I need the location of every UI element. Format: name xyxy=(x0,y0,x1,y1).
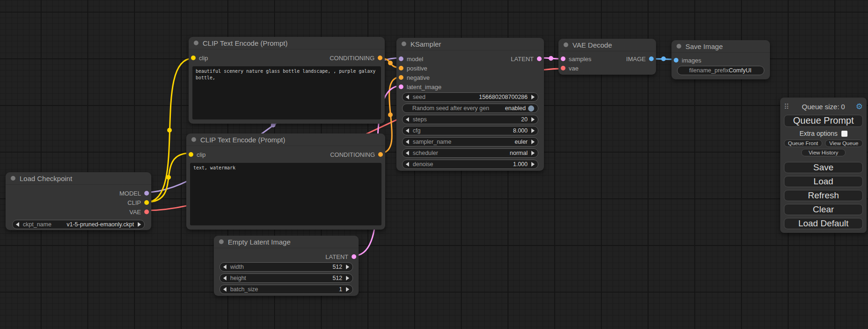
increment-arrow-icon[interactable] xyxy=(531,151,535,155)
widget-filename-prefix[interactable]: filename_prefix ComfyUI xyxy=(677,66,764,75)
slot-label: CONDITIONING xyxy=(330,55,374,62)
queue-front-button[interactable]: Queue Front xyxy=(784,140,822,147)
increment-arrow-icon[interactable] xyxy=(531,162,535,167)
widget-cfg[interactable]: cfg 8.000 xyxy=(402,126,538,135)
decrement-arrow-icon[interactable] xyxy=(406,140,409,144)
collapse-dot-icon[interactable] xyxy=(677,44,681,49)
widget-value: 1.000 xyxy=(513,161,528,168)
input-slot-clip[interactable] xyxy=(191,56,196,60)
increment-arrow-icon[interactable] xyxy=(531,128,535,133)
collapse-dot-icon[interactable] xyxy=(191,137,196,142)
link-midpoint-dot xyxy=(166,175,171,180)
widget-denoise[interactable]: denoise 1.000 xyxy=(402,160,538,169)
decrement-arrow-icon[interactable] xyxy=(406,162,409,167)
node-title: CLIP Text Encode (Prompt) xyxy=(203,39,288,47)
collapse-dot-icon[interactable] xyxy=(402,42,406,46)
node-header: Save Image xyxy=(671,40,770,53)
input-slot-clip[interactable] xyxy=(189,152,193,157)
widget-label: sampler_name xyxy=(413,139,452,145)
input-slot-model[interactable] xyxy=(399,56,403,61)
output-slot-conditioning[interactable] xyxy=(378,56,382,60)
node-load-checkpoint[interactable]: Load Checkpoint MODEL CLIP VAE xyxy=(6,172,151,230)
collapse-dot-icon[interactable] xyxy=(11,176,15,181)
save-button[interactable]: Save xyxy=(784,162,863,173)
drag-handle-icon[interactable]: ⠿ xyxy=(784,103,792,110)
queue-size-label: Queue size:0 xyxy=(792,103,854,111)
slot-label: model xyxy=(407,56,423,63)
node-ksampler[interactable]: KSampler model LATENT positive xyxy=(396,38,544,171)
widget-sampler-name[interactable]: sampler_name euler xyxy=(402,137,538,147)
node-graph-canvas[interactable]: Load Checkpoint MODEL CLIP VAE xyxy=(0,0,868,329)
output-slot-model[interactable] xyxy=(144,191,149,196)
widget-ckpt-name[interactable]: ckpt_name v1-5-pruned-emaonly.ckpt xyxy=(12,220,145,229)
collapse-dot-icon[interactable] xyxy=(194,41,198,45)
node-header: KSampler xyxy=(396,38,544,50)
increment-arrow-icon[interactable] xyxy=(531,117,535,122)
node-empty-latent-image[interactable]: Empty Latent Image LATENT width 512 heig… xyxy=(214,236,359,296)
widget-scheduler[interactable]: scheduler normal xyxy=(402,148,538,158)
decrement-arrow-icon[interactable] xyxy=(16,222,19,227)
clear-button[interactable]: Clear xyxy=(784,204,863,215)
input-slot-positive[interactable] xyxy=(399,66,403,70)
widget-label: seed xyxy=(413,94,425,100)
widget-steps[interactable]: steps 20 xyxy=(402,115,538,124)
slot-label: images xyxy=(682,57,701,64)
view-queue-button[interactable]: View Queue xyxy=(825,140,863,147)
output-slot-latent[interactable] xyxy=(537,56,542,61)
widget-value: v1-5-pruned-emaonly.ckpt xyxy=(67,221,134,228)
widget-seed[interactable]: seed 156680208700286 xyxy=(402,92,538,102)
output-slot-image[interactable] xyxy=(649,56,654,61)
output-slot-latent[interactable] xyxy=(352,254,356,259)
input-slot-latent-image[interactable] xyxy=(399,84,403,89)
refresh-button[interactable]: Refresh xyxy=(784,190,863,201)
increment-arrow-icon[interactable] xyxy=(531,95,535,99)
decrement-arrow-icon[interactable] xyxy=(406,128,409,133)
widget-height[interactable]: height 512 xyxy=(219,273,353,283)
widget-label: denoise xyxy=(413,161,433,168)
widget-width[interactable]: width 512 xyxy=(219,262,353,272)
decrement-arrow-icon[interactable] xyxy=(406,95,409,99)
extra-options-checkbox[interactable] xyxy=(841,131,847,137)
positive-prompt-textarea[interactable]: beautiful scenery nature glass bottle la… xyxy=(192,66,381,119)
load-default-button[interactable]: Load Default xyxy=(784,218,863,229)
input-slot-samples[interactable] xyxy=(561,56,565,61)
input-slot-images[interactable] xyxy=(674,58,678,63)
queue-size-text: Queue size: xyxy=(802,103,839,111)
increment-arrow-icon[interactable] xyxy=(346,265,349,269)
node-save-image[interactable]: Save Image images filename_prefix ComfyU… xyxy=(671,40,770,79)
link-midpoint-dot xyxy=(167,128,172,133)
node-title: VAE Decode xyxy=(572,41,612,49)
widget-batch-size[interactable]: batch_size 1 xyxy=(219,285,353,294)
output-slot-clip[interactable] xyxy=(144,200,149,205)
load-button[interactable]: Load xyxy=(784,176,863,187)
decrement-arrow-icon[interactable] xyxy=(223,287,226,292)
increment-arrow-icon[interactable] xyxy=(346,287,349,292)
negative-prompt-textarea[interactable]: text, watermark xyxy=(190,163,381,225)
output-slot-conditioning[interactable] xyxy=(378,152,383,157)
view-history-button[interactable]: View History xyxy=(801,149,846,156)
widget-random-seed-toggle[interactable]: Random seed after every gen enabled xyxy=(402,104,538,113)
toggle-on-indicator[interactable] xyxy=(528,105,534,112)
increment-arrow-icon[interactable] xyxy=(346,276,349,280)
settings-gear-icon[interactable]: ⚙ xyxy=(854,103,863,111)
slot-label: VAE xyxy=(129,209,141,216)
input-slot-negative[interactable] xyxy=(399,75,403,80)
node-vae-decode[interactable]: VAE Decode samples IMAGE vae xyxy=(558,39,656,75)
node-header: CLIP Text Encode (Prompt) xyxy=(186,133,385,146)
node-clip-text-encode-negative[interactable]: CLIP Text Encode (Prompt) clip CONDITION… xyxy=(186,133,385,230)
decrement-arrow-icon[interactable] xyxy=(406,117,409,122)
collapse-dot-icon[interactable] xyxy=(219,239,224,244)
decrement-arrow-icon[interactable] xyxy=(223,265,226,269)
slot-label: clip xyxy=(199,55,208,62)
increment-arrow-icon[interactable] xyxy=(138,222,141,227)
input-slot-vae[interactable] xyxy=(561,66,565,70)
queue-prompt-button[interactable]: Queue Prompt xyxy=(784,115,863,127)
decrement-arrow-icon[interactable] xyxy=(406,151,409,155)
increment-arrow-icon[interactable] xyxy=(531,140,535,144)
widget-value: euler xyxy=(515,139,528,145)
widget-label: scheduler xyxy=(413,150,438,156)
collapse-dot-icon[interactable] xyxy=(564,42,568,47)
decrement-arrow-icon[interactable] xyxy=(223,276,226,280)
node-clip-text-encode-positive[interactable]: CLIP Text Encode (Prompt) clip CONDITION… xyxy=(189,37,385,124)
output-slot-vae[interactable] xyxy=(144,210,149,214)
